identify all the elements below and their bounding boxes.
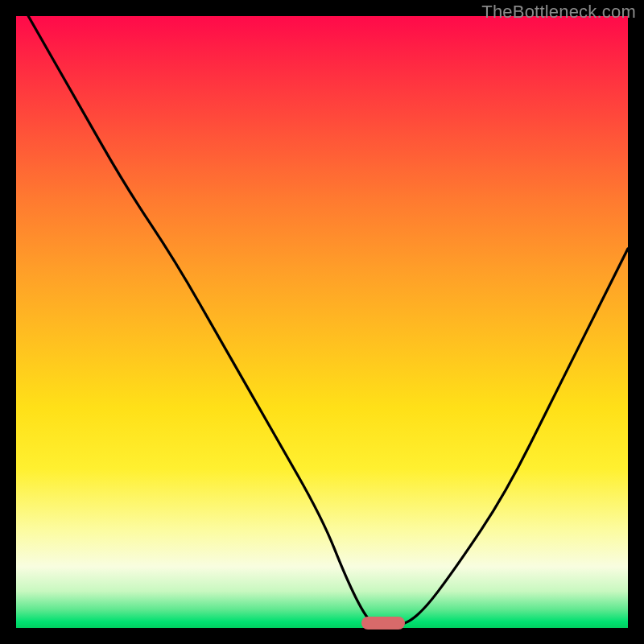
- chart-frame: TheBottleneck.com: [0, 0, 644, 644]
- bottleneck-curve: [16, 16, 628, 628]
- optimal-marker: [361, 617, 404, 630]
- plot-area: [16, 16, 628, 628]
- watermark-text: TheBottleneck.com: [481, 2, 636, 23]
